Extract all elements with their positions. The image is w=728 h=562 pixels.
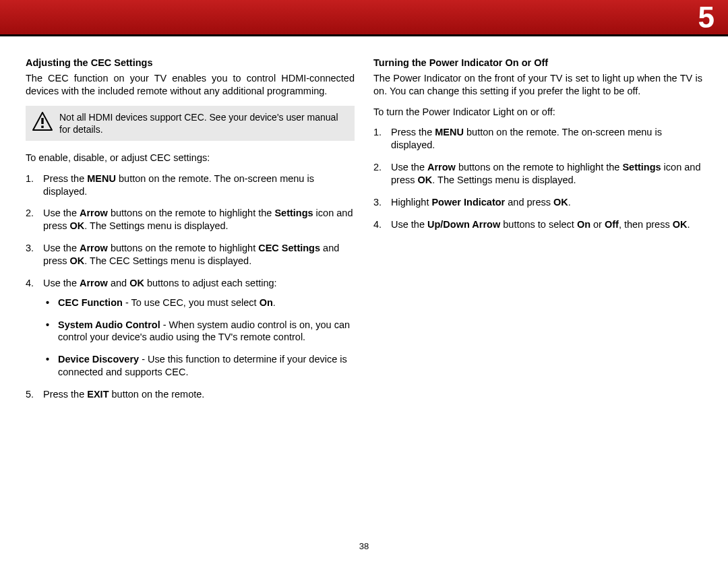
chapter-header: 5 <box>0 0 728 36</box>
section-title-cec: Adjusting the CEC Settings <box>26 57 355 69</box>
opt-cec-function: CEC Function - To use CEC, you must sele… <box>43 296 355 309</box>
right-column: Turning the Power Indicator On or Off Th… <box>373 57 702 410</box>
opt-system-audio: System Audio Control - When system audio… <box>43 319 355 344</box>
pstep-4: Use the Up/Down Arrow buttons to select … <box>373 218 702 231</box>
power-lead: To turn the Power Indicator Light on or … <box>373 106 702 119</box>
power-steps-list: Press the MENU button on the remote. The… <box>373 126 702 230</box>
svg-rect-2 <box>41 126 43 128</box>
note-text: Not all HDMI devices support CEC. See yo… <box>59 111 346 135</box>
enable-intro: To enable, disable, or adjust CEC settin… <box>26 152 355 164</box>
cec-intro: The CEC function on your TV enables you … <box>26 72 355 98</box>
opt-device-discovery: Device Discovery - Use this function to … <box>43 353 355 379</box>
svg-rect-1 <box>41 118 43 124</box>
step-5: Press the EXIT button on the remote. <box>26 388 355 401</box>
pstep-3: Highlight Power Indicator and press OK. <box>373 196 702 209</box>
page-content: Adjusting the CEC Settings The CEC funct… <box>0 36 728 410</box>
pstep-2: Use the Arrow buttons on the remote to h… <box>373 161 702 187</box>
step-3: Use the Arrow buttons on the remote to h… <box>26 242 355 268</box>
section-title-power: Turning the Power Indicator On or Off <box>373 57 702 69</box>
page-number: 38 <box>0 541 728 553</box>
step-2: Use the Arrow buttons on the remote to h… <box>26 207 355 232</box>
cec-steps-list: Press the MENU button on the remote. The… <box>26 173 355 401</box>
chapter-number: 5 <box>698 1 715 34</box>
step-4: Use the Arrow and OK buttons to adjust e… <box>26 277 355 379</box>
step-1: Press the MENU button on the remote. The… <box>26 173 355 198</box>
note-box: Not all HDMI devices support CEC. See yo… <box>26 106 355 141</box>
pstep-1: Press the MENU button on the remote. The… <box>373 126 702 152</box>
warning-icon <box>32 112 53 134</box>
cec-options-list: CEC Function - To use CEC, you must sele… <box>43 296 355 379</box>
power-intro: The Power Indicator on the front of your… <box>373 72 702 98</box>
left-column: Adjusting the CEC Settings The CEC funct… <box>26 57 355 410</box>
